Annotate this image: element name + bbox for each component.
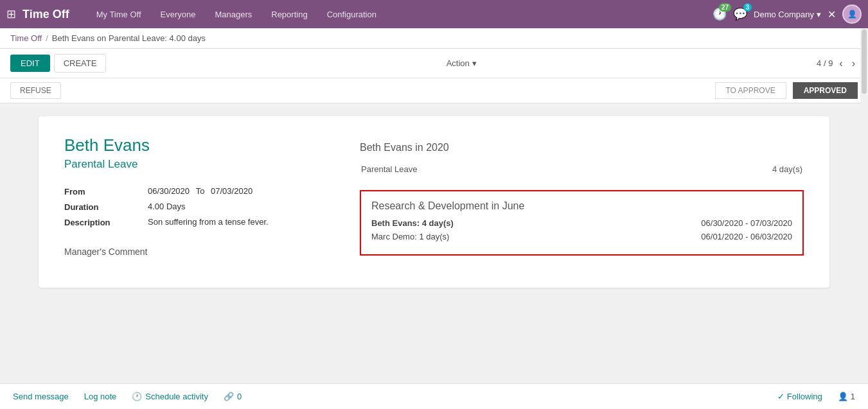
nav-menu: My Time Off Everyone Managers Reporting … (89, 6, 713, 23)
from-value: 06/30/2020 To 07/03/2020 (148, 186, 334, 196)
summary-leave-type: Parental Leave (361, 162, 648, 176)
schedule-activity-label: Schedule activity (145, 392, 208, 401)
close-icon[interactable]: ✕ (828, 8, 836, 21)
scrollbar-thumb (862, 30, 867, 94)
duration-value: 4.00 Days (148, 202, 334, 212)
check-icon: ✓ (777, 392, 784, 401)
pager: 4 / 9 ‹ › (817, 57, 858, 71)
record-left: Beth Evans Parental Leave From 06/30/202… (64, 135, 334, 268)
main-content: Beth Evans Parental Leave From 06/30/202… (0, 103, 868, 379)
breadcrumb-current: Beth Evans on Parental Leave: 4.00 days (52, 33, 206, 43)
pager-next[interactable]: › (849, 57, 858, 71)
top-navigation: ⊞ Time Off My Time Off Everyone Managers… (0, 0, 868, 28)
attachment-icon: 🔗 (224, 392, 234, 401)
summary-title: Beth Evans in 2020 (360, 142, 804, 153)
table-row: Parental Leave 4 day(s) (361, 162, 802, 176)
action-button[interactable]: Action ▾ (440, 55, 483, 72)
user-icon: 👤 (838, 392, 848, 401)
to-date: 07/03/2020 (211, 186, 252, 196)
nav-everyone[interactable]: Everyone (153, 6, 204, 23)
chevron-down-icon: ▾ (472, 58, 477, 68)
record-right: Beth Evans in 2020 Parental Leave 4 day(… (360, 135, 804, 268)
from-label: From (64, 186, 141, 196)
scrollbar[interactable] (860, 28, 868, 381)
pager-prev[interactable]: ‹ (837, 57, 845, 71)
nav-my-time-off[interactable]: My Time Off (89, 6, 149, 23)
dept-row-2-date: 06/01/2020 - 06/03/2020 (701, 232, 792, 241)
from-date: 06/30/2020 (148, 186, 190, 196)
dept-row-2: Marc Demo: 1 day(s) 06/01/2020 - 06/03/2… (371, 232, 792, 241)
action-label: Action (447, 58, 470, 68)
summary-table: Parental Leave 4 day(s) (360, 161, 804, 177)
activity-count: 27 (719, 3, 731, 12)
chevron-down-icon: ▾ (817, 10, 821, 19)
schedule-activity-button[interactable]: 🕐 Schedule activity (132, 392, 208, 401)
follower-count[interactable]: 👤 1 (838, 392, 855, 401)
description-value: Son suffering from a tense fever. (148, 217, 334, 227)
status-to-approve[interactable]: TO APPROVE (715, 82, 786, 99)
to-label: To (196, 186, 207, 196)
dept-row-1: Beth Evans: 4 day(s) 06/30/2020 - 07/03/… (371, 218, 792, 228)
breadcrumb: Time Off / Beth Evans on Parental Leave:… (0, 28, 868, 49)
create-button[interactable]: CREATE (54, 54, 107, 73)
record-body: Beth Evans Parental Leave From 06/30/202… (64, 135, 804, 268)
grid-icon[interactable]: ⊞ (6, 7, 16, 21)
bottom-bar: Send message Log note 🕐 Schedule activit… (0, 383, 868, 409)
breadcrumb-separator: / (46, 33, 48, 43)
leave-type: Parental Leave (64, 158, 334, 171)
company-selector[interactable]: Demo Company ▾ (754, 10, 821, 19)
following-label: Following (787, 392, 822, 401)
edit-button[interactable]: EDIT (10, 55, 50, 72)
department-box: Research & Development in June Beth Evan… (360, 190, 804, 256)
duration-label: Duration (64, 202, 141, 212)
attachments-count: 0 (237, 392, 242, 401)
log-note-button[interactable]: Log note (84, 392, 117, 401)
description-label: Description (64, 217, 141, 227)
refuse-button[interactable]: REFUSE (10, 82, 61, 99)
activity-icon: 🕐 (132, 392, 142, 401)
nav-reporting[interactable]: Reporting (263, 6, 315, 23)
breadcrumb-parent[interactable]: Time Off (10, 33, 42, 43)
dept-title: Research & Development in June (371, 200, 792, 212)
dept-row-2-label: Marc Demo: 1 day(s) (371, 232, 449, 241)
record-fields: From 06/30/2020 To 07/03/2020 Duration 4… (64, 186, 334, 227)
messages-badge[interactable]: 💬 3 (733, 7, 747, 21)
messages-count: 3 (743, 3, 752, 12)
record-card: Beth Evans Parental Leave From 06/30/202… (39, 116, 829, 288)
send-message-button[interactable]: Send message (13, 392, 69, 401)
dept-row-1-date: 06/30/2020 - 07/03/2020 (701, 218, 792, 228)
nav-managers[interactable]: Managers (207, 6, 260, 23)
following-button[interactable]: ✓ Following (777, 392, 822, 401)
status-approved[interactable]: APPROVED (793, 82, 858, 99)
managers-comment: Manager's Comment (64, 247, 334, 257)
company-name: Demo Company (754, 10, 814, 19)
summary-leave-days: 4 day(s) (649, 162, 802, 176)
toolbar: EDIT CREATE Action ▾ 4 / 9 ‹ › (0, 49, 868, 78)
pager-text: 4 / 9 (817, 58, 833, 68)
user-avatar[interactable]: 👤 (842, 4, 862, 24)
follower-number: 1 (851, 392, 855, 401)
status-bar: REFUSE TO APPROVE APPROVED (0, 78, 868, 103)
activity-badge[interactable]: 🕐 27 (713, 7, 727, 21)
dept-row-1-label: Beth Evans: 4 day(s) (371, 218, 454, 228)
topnav-right: 🕐 27 💬 3 Demo Company ▾ ✕ 👤 (713, 4, 862, 24)
nav-configuration[interactable]: Configuration (319, 6, 384, 23)
attachments-button[interactable]: 🔗 0 (224, 392, 242, 401)
app-name: Time Off (22, 8, 69, 21)
employee-name: Beth Evans (64, 135, 334, 155)
